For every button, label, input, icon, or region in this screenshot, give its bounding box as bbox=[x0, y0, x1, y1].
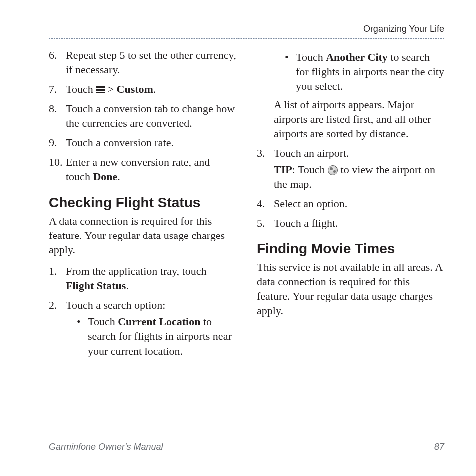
step-number: 8. bbox=[49, 101, 64, 116]
tip-text-part: : Touch bbox=[292, 163, 328, 176]
step-text-part: Touch bbox=[66, 83, 96, 95]
bullet-text-part: Touch bbox=[88, 315, 118, 328]
another-city-label: Another City bbox=[326, 51, 388, 63]
step-number: 3. bbox=[257, 146, 272, 160]
left-column: 6. Repeat step 5 to set the other curren… bbox=[49, 48, 236, 363]
bullet-current-location: Touch Current Location to search for fli… bbox=[77, 314, 236, 358]
flight-status-label: Flight Status bbox=[66, 279, 126, 292]
step-10: 10. Enter a new conversion rate, and tou… bbox=[49, 155, 236, 184]
step-text: Touch a conversion tab to change how the… bbox=[66, 102, 235, 129]
tip-label: TIP bbox=[274, 163, 292, 176]
step-text: Touch a flight. bbox=[274, 217, 338, 229]
step-number: 4. bbox=[257, 196, 272, 211]
current-location-label: Current Location bbox=[118, 315, 200, 328]
step-text: Select an option. bbox=[274, 197, 347, 210]
running-header: Organizing Your Life bbox=[49, 24, 444, 39]
flight-step-4: 4. Select an option. bbox=[257, 196, 444, 211]
done-label: Done bbox=[93, 170, 117, 183]
heading-flight-status: Checking Flight Status bbox=[49, 195, 236, 211]
flight-step-3: 3. Touch an airport. TIP: Touch to view … bbox=[257, 146, 444, 191]
step-text-part: Enter a new conversion rate, and touch bbox=[66, 156, 210, 183]
step-text-part: . bbox=[117, 170, 120, 183]
column-container: 6. Repeat step 5 to set the other curren… bbox=[49, 48, 444, 363]
step-text-part: . bbox=[126, 279, 129, 292]
step-text: Touch a search option: bbox=[66, 299, 165, 311]
airport-list-note: A list of airports appears. Major airpor… bbox=[257, 97, 444, 141]
bullet-another-city: Touch Another City to search for flights… bbox=[285, 50, 444, 93]
step-number: 9. bbox=[49, 135, 64, 150]
flight-step-2: 2. Touch a search option: Touch Current … bbox=[49, 298, 236, 358]
page-number: 87 bbox=[434, 442, 444, 452]
step-text: Touch a conversion rate. bbox=[66, 136, 174, 149]
right-column: Touch Another City to search for flights… bbox=[257, 48, 444, 363]
step-8: 8. Touch a conversion tab to change how … bbox=[49, 101, 236, 130]
step-text: Repeat step 5 to set the other currency,… bbox=[66, 49, 236, 76]
flight-steps: 1. From the application tray, touch Flig… bbox=[49, 264, 236, 358]
bullet-text-part: Touch bbox=[296, 51, 326, 63]
step-7: 7. Touch > Custom. bbox=[49, 82, 236, 96]
flight-step-5: 5. Touch a flight. bbox=[257, 216, 444, 230]
step-number: 1. bbox=[49, 264, 64, 278]
globe-icon bbox=[328, 165, 338, 175]
step-6: 6. Repeat step 5 to set the other curren… bbox=[49, 48, 236, 77]
flight-step-1: 1. From the application tray, touch Flig… bbox=[49, 264, 236, 293]
tip-line: TIP: Touch to view the airport on the ma… bbox=[274, 162, 444, 191]
step-9: 9. Touch a conversion rate. bbox=[49, 135, 236, 150]
movie-times-intro: This service is not available in all are… bbox=[257, 260, 444, 318]
step-number: 2. bbox=[49, 298, 64, 312]
currency-steps: 6. Repeat step 5 to set the other curren… bbox=[49, 48, 236, 184]
flight-status-intro: A data connection is required for this f… bbox=[49, 214, 236, 257]
step-number: 5. bbox=[257, 216, 272, 230]
step-number: 10. bbox=[49, 155, 64, 169]
custom-label: Custom bbox=[117, 83, 153, 95]
step-text-part: From the application tray, touch bbox=[66, 265, 206, 277]
footer-title: Garminfone Owner's Manual bbox=[49, 442, 163, 452]
manual-page: Organizing Your Life 6. Repeat step 5 to… bbox=[0, 0, 476, 476]
step-text-part: > bbox=[105, 83, 116, 95]
heading-movie-times: Finding Movie Times bbox=[257, 241, 444, 257]
step-number: 7. bbox=[49, 82, 64, 96]
search-option-list: Touch Current Location to search for fli… bbox=[66, 314, 236, 358]
step-text: Touch an airport. bbox=[274, 147, 349, 159]
menu-icon bbox=[96, 86, 105, 93]
flight-steps-cont: 3. Touch an airport. TIP: Touch to view … bbox=[257, 146, 444, 230]
step-number: 6. bbox=[49, 48, 64, 62]
search-option-list-cont: Touch Another City to search for flights… bbox=[257, 50, 444, 93]
step-text-part: . bbox=[153, 83, 156, 95]
